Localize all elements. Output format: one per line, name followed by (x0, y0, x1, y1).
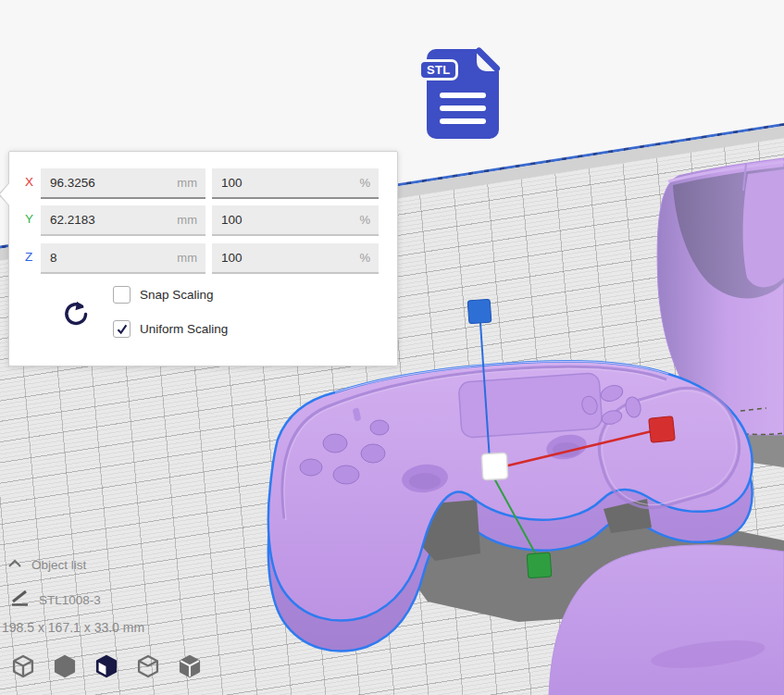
y-size-field[interactable]: mm (41, 205, 205, 236)
object-list-title: Object list (31, 558, 86, 572)
snap-scaling-row[interactable]: Snap Scaling (113, 286, 214, 304)
check-icon (116, 323, 128, 335)
cube-3d-icon (10, 668, 36, 682)
folded-corner-icon (477, 49, 499, 71)
view-right-button[interactable] (174, 651, 205, 684)
x-size-field[interactable]: mm (41, 168, 205, 199)
stl-format-badge: STL (418, 59, 458, 81)
cube-top-icon (93, 668, 119, 682)
z-size-unit: mm (177, 251, 197, 265)
reset-scale-button[interactable] (57, 298, 91, 331)
uniform-scaling-row[interactable]: Uniform Scaling (113, 320, 228, 338)
x-percent-unit: % (359, 176, 370, 190)
object-list-item[interactable]: STL1008-3 (9, 589, 101, 611)
z-size-field[interactable]: mm (41, 243, 205, 274)
uniform-scaling-label: Uniform Scaling (140, 322, 228, 336)
view-3d-button[interactable] (7, 651, 39, 684)
x-percent-field[interactable]: % (212, 168, 379, 199)
object-list-header[interactable]: Object list (7, 556, 86, 573)
pencil-icon (9, 589, 30, 611)
view-top-button[interactable] (91, 651, 122, 684)
scale-row-x: X mm % (9, 168, 397, 197)
scale-tool-panel: X mm % Y mm % Z mm (8, 151, 398, 366)
view-front-button[interactable] (49, 651, 81, 684)
cube-left-icon (135, 668, 161, 682)
x-percent-input[interactable] (212, 168, 379, 197)
axis-z-label: Z (25, 250, 40, 264)
y-percent-input[interactable] (212, 205, 379, 234)
camera-view-toolbar (7, 651, 205, 684)
document-line (440, 93, 486, 98)
view-left-button[interactable] (132, 651, 164, 684)
scale-row-z: Z mm % (9, 243, 397, 272)
rotate-ccw-icon (59, 317, 89, 331)
object-item-name: STL1008-3 (39, 593, 101, 607)
chevron-up-icon (7, 556, 22, 573)
snap-scaling-label: Snap Scaling (140, 288, 214, 302)
snap-scaling-checkbox[interactable] (113, 286, 131, 304)
y-percent-field[interactable]: % (212, 205, 379, 236)
x-size-unit: mm (177, 176, 197, 190)
object-dimensions: 198.5 x 167.1 x 33.0 mm (2, 620, 144, 635)
y-percent-unit: % (359, 213, 370, 227)
z-percent-input[interactable] (212, 243, 379, 272)
z-percent-unit: % (359, 251, 370, 265)
axis-y-label: Y (25, 212, 40, 226)
z-percent-field[interactable]: % (212, 243, 379, 274)
document-line (440, 118, 486, 124)
uniform-scaling-checkbox[interactable] (113, 320, 131, 338)
stl-file-icon: STL (417, 46, 505, 143)
cura-viewport: STL X mm % Y mm (0, 0, 784, 695)
stl-file-body: STL (427, 49, 499, 139)
cube-front-icon (52, 668, 78, 682)
axis-x-label: X (25, 175, 40, 189)
y-size-unit: mm (177, 213, 197, 227)
scale-row-y: Y mm % (9, 205, 397, 234)
cube-right-icon (177, 668, 203, 682)
document-line (440, 105, 486, 111)
